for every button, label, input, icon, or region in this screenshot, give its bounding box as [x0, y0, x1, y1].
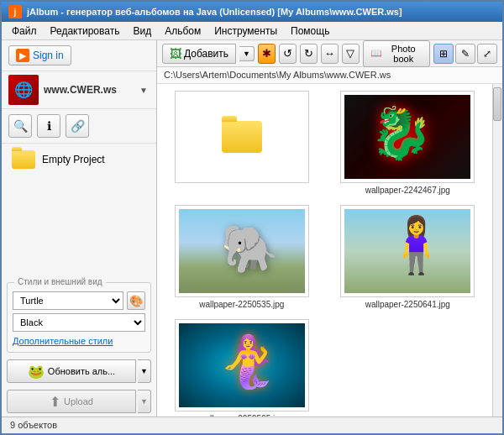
- scrollbar-thumb[interactable]: [493, 87, 501, 121]
- photo-book-button[interactable]: 📖 Photo book: [363, 40, 430, 67]
- thumb-wrapper-4: [175, 319, 309, 411]
- star-button[interactable]: ✱: [258, 44, 276, 64]
- grid-view-button[interactable]: ⊞: [433, 44, 454, 64]
- rotate-right-button[interactable]: ↻: [300, 44, 318, 64]
- upload-btn-label: Upload: [64, 396, 93, 406]
- thumbnail-4[interactable]: wallpaper-2259565.jpg: [164, 319, 320, 417]
- update-icon: 🐸: [28, 364, 45, 380]
- woman-image: [344, 209, 470, 293]
- folder-icon: [12, 150, 35, 169]
- style1-row: Turtle 🎨: [13, 291, 145, 310]
- thumbnails-grid: wallpaper-2242467.jpg wallpaper-2250535.…: [157, 84, 492, 417]
- style-row-1: Turtle 🎨 Black: [13, 291, 145, 332]
- menu-file[interactable]: Файл: [7, 24, 42, 39]
- thumb-canvas-1: [344, 95, 470, 179]
- grid-view-icon: ⊞: [439, 48, 448, 60]
- expand-view-button[interactable]: ⤢: [477, 44, 497, 64]
- new-folder-canvas: [179, 95, 305, 179]
- status-text: 9 объектов: [10, 420, 57, 430]
- flip-icon: ↔: [324, 47, 335, 60]
- menu-view[interactable]: Вид: [128, 24, 156, 39]
- sidebar-tools: 🔍 ℹ 🔗: [2, 109, 156, 144]
- upload-button[interactable]: ⬆ Upload: [7, 390, 136, 413]
- dragon-image: [344, 95, 470, 179]
- photo-book-label: Photo book: [385, 44, 423, 64]
- upload-icon: ⬆: [50, 394, 60, 410]
- album-header: 🌐 www.CWER.ws ▼: [2, 71, 156, 109]
- new-folder-item[interactable]: [164, 91, 320, 195]
- add-btn-label: Добавить: [184, 48, 228, 60]
- view-buttons: ⊞ ✎ ⤢: [433, 44, 497, 64]
- filter-button[interactable]: ▽: [342, 44, 360, 64]
- edit-view-button[interactable]: ✎: [455, 44, 475, 64]
- signin-button[interactable]: ▶ Sign in: [8, 45, 71, 66]
- signin-icon: ▶: [16, 49, 29, 62]
- path-bar: C:\Users\Artem\Documents\My Albums\www.C…: [157, 67, 502, 84]
- new-folder-icon: [222, 121, 262, 153]
- thumb-wrapper-3: [340, 205, 475, 297]
- sidebar: ▶ Sign in 🌐 www.CWER.ws ▼ 🔍 ℹ 🔗 Empty Pr…: [2, 40, 157, 417]
- signin-section: ▶ Sign in: [2, 40, 156, 71]
- rotate-left-icon: ↺: [283, 47, 292, 60]
- expand-view-icon: ⤢: [483, 48, 491, 60]
- thumbnails-container: wallpaper-2242467.jpg wallpaper-2250535.…: [157, 84, 502, 417]
- album-thumbnail-icon: 🌐: [8, 75, 39, 105]
- rotate-right-icon: ↻: [304, 47, 313, 60]
- menu-tools[interactable]: Инструменты: [209, 24, 282, 39]
- main-area: ▶ Sign in 🌐 www.CWER.ws ▼ 🔍 ℹ 🔗 Empty Pr…: [2, 40, 502, 417]
- add-icon: 🖼: [170, 47, 181, 60]
- update-btn-row: 🐸 Обновить аль... ▼: [2, 356, 156, 386]
- info-button[interactable]: ℹ: [37, 114, 60, 138]
- styles-section: Стили и внешний вид Turtle 🎨 Black: [7, 282, 151, 353]
- main-window: j jAlbum - генератор веб-альбомов на Jav…: [0, 0, 504, 435]
- upload-btn-dropdown[interactable]: ▼: [138, 390, 151, 413]
- update-btn-dropdown[interactable]: ▼: [138, 359, 151, 383]
- link-button[interactable]: 🔗: [66, 114, 89, 138]
- thumb-wrapper-2: [175, 205, 309, 297]
- rotate-left-button[interactable]: ↺: [279, 44, 297, 64]
- thumb-canvas-4: [179, 323, 305, 407]
- style1-icon-btn[interactable]: 🎨: [127, 291, 145, 310]
- add-btn-dropdown[interactable]: ▼: [239, 46, 255, 61]
- menu-album[interactable]: Альбом: [160, 24, 206, 39]
- album-name-label: www.CWER.ws: [44, 84, 133, 96]
- elephant-image: [179, 209, 305, 293]
- search-button[interactable]: 🔍: [8, 114, 32, 138]
- thumb-canvas-2: [179, 209, 305, 293]
- book-icon: 📖: [370, 48, 382, 59]
- style1-select[interactable]: Turtle: [13, 291, 123, 310]
- thumb-label-1: wallpaper-2242467.jpg: [365, 186, 450, 195]
- album-dropdown-arrow[interactable]: ▼: [138, 84, 150, 96]
- style2-select[interactable]: Black: [13, 313, 145, 332]
- empty-project-item[interactable]: Empty Project: [2, 144, 156, 176]
- vertical-scrollbar[interactable]: [492, 84, 502, 417]
- statusbar: 9 объектов: [2, 417, 502, 433]
- thumbnail-2[interactable]: wallpaper-2250535.jpg: [164, 205, 320, 309]
- additional-styles-link[interactable]: Дополнительные стили: [13, 334, 113, 348]
- add-button[interactable]: 🖼 Добавить: [162, 44, 236, 64]
- flip-button[interactable]: ↔: [321, 44, 339, 64]
- mermaid-image: [179, 323, 305, 407]
- content-area: 🖼 Добавить ▼ ✱ ↺ ↻ ↔ ▽: [157, 40, 502, 417]
- thumbnail-3[interactable]: wallpaper-2250641.jpg: [330, 205, 486, 309]
- folder-tab: [222, 116, 237, 122]
- thumb-label-3: wallpaper-2250641.jpg: [365, 300, 450, 309]
- menubar: Файл Редактировать Вид Альбом Инструмент…: [2, 22, 502, 40]
- menu-edit[interactable]: Редактировать: [45, 24, 125, 39]
- style2-row: Black: [13, 313, 145, 332]
- edit-view-icon: ✎: [461, 48, 470, 60]
- app-icon: j: [8, 5, 22, 18]
- menu-help[interactable]: Помощь: [286, 24, 334, 39]
- styles-panel: Стили и внешний вид Turtle 🎨 Black: [7, 282, 151, 353]
- thumb-label-2: wallpaper-2250535.jpg: [199, 300, 284, 309]
- thumb-wrapper-1: [340, 91, 475, 183]
- upload-btn-row: ⬆ Upload ▼: [2, 386, 156, 417]
- window-title: jAlbum - генератор веб-альбомов на Java …: [27, 7, 402, 17]
- update-album-button[interactable]: 🐸 Обновить аль...: [7, 359, 136, 383]
- styles-section-label: Стили и внешний вид: [14, 277, 106, 286]
- empty-project-label: Empty Project: [42, 154, 105, 165]
- filter-icon: ▽: [346, 47, 354, 60]
- star-icon: ✱: [262, 47, 271, 60]
- thumbnail-1[interactable]: wallpaper-2242467.jpg: [330, 91, 486, 195]
- content-toolbar: 🖼 Добавить ▼ ✱ ↺ ↻ ↔ ▽: [157, 40, 502, 67]
